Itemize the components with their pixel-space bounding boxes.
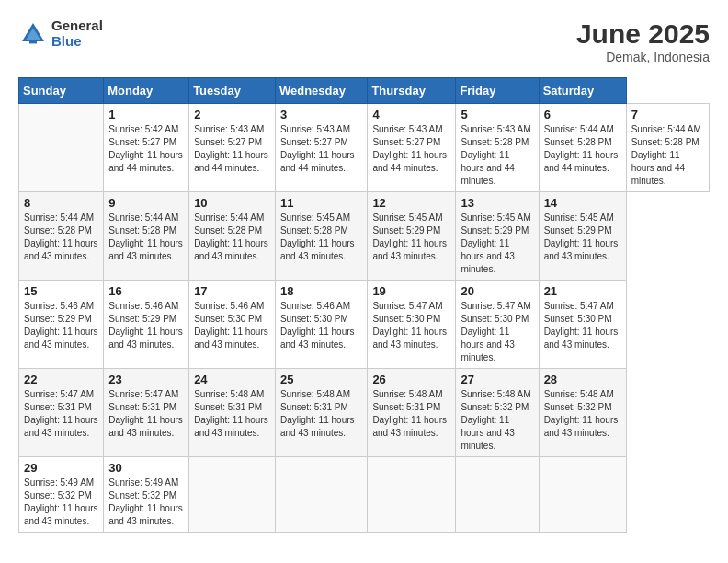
sunset-text: Sunset: 5:28 PM: [544, 137, 612, 147]
day-info: Sunrise: 5:47 AMSunset: 5:31 PMDaylight:…: [24, 388, 98, 440]
calendar-cell: 30Sunrise: 5:49 AMSunset: 5:32 PMDayligh…: [104, 457, 189, 533]
day-number: 15: [24, 284, 98, 298]
day-number: 28: [544, 373, 621, 386]
daylight-text: Daylight: 11 hours and 44 minutes.: [461, 150, 514, 186]
calendar-cell: 11Sunrise: 5:45 AMSunset: 5:28 PMDayligh…: [275, 192, 367, 281]
sunrise-text: Sunrise: 5:46 AM: [194, 301, 264, 311]
calendar-week-row-4: 22Sunrise: 5:47 AMSunset: 5:31 PMDayligh…: [19, 369, 710, 457]
sunrise-text: Sunrise: 5:47 AM: [544, 301, 614, 311]
calendar-day-header-monday: Monday: [104, 78, 189, 104]
sunrise-text: Sunrise: 5:44 AM: [24, 213, 94, 223]
day-number: 27: [461, 373, 533, 386]
day-info: Sunrise: 5:45 AMSunset: 5:28 PMDaylight:…: [280, 212, 362, 263]
calendar-day-header-thursday: Thursday: [368, 78, 456, 104]
calendar-cell: 3Sunrise: 5:43 AMSunset: 5:27 PMDaylight…: [275, 104, 367, 192]
day-number: 5: [461, 108, 533, 121]
daylight-text: Daylight: 11 hours and 43 minutes.: [461, 238, 514, 274]
month-title: June 2025: [576, 18, 710, 50]
calendar-cell: 17Sunrise: 5:46 AMSunset: 5:30 PMDayligh…: [189, 281, 276, 369]
calendar-cell: 16Sunrise: 5:46 AMSunset: 5:29 PMDayligh…: [104, 281, 189, 369]
daylight-text: Daylight: 11 hours and 43 minutes.: [280, 238, 355, 261]
day-number: 22: [24, 373, 98, 386]
sunrise-text: Sunrise: 5:43 AM: [194, 124, 264, 134]
sunset-text: Sunset: 5:30 PM: [544, 314, 612, 324]
sunrise-text: Sunrise: 5:47 AM: [372, 301, 442, 311]
sunset-text: Sunset: 5:31 PM: [108, 402, 176, 412]
day-info: Sunrise: 5:44 AMSunset: 5:28 PMDaylight:…: [194, 212, 270, 263]
sunrise-text: Sunrise: 5:44 AM: [194, 213, 264, 223]
sunset-text: Sunset: 5:30 PM: [280, 314, 348, 324]
day-info: Sunrise: 5:47 AMSunset: 5:30 PMDaylight:…: [544, 300, 621, 351]
day-number: 7: [631, 108, 704, 121]
calendar-cell: 8Sunrise: 5:44 AMSunset: 5:28 PMDaylight…: [19, 192, 104, 281]
calendar-cell: 24Sunrise: 5:48 AMSunset: 5:31 PMDayligh…: [189, 369, 276, 457]
calendar-week-row-1: 1Sunrise: 5:42 AMSunset: 5:27 PMDaylight…: [19, 104, 710, 192]
day-number: 3: [280, 108, 362, 121]
day-info: Sunrise: 5:42 AMSunset: 5:27 PMDaylight:…: [108, 123, 184, 175]
day-number: 16: [108, 284, 184, 298]
logo-general-text: General: [51, 18, 103, 34]
calendar-table: SundayMondayTuesdayWednesdayThursdayFrid…: [18, 77, 710, 533]
day-number: 11: [280, 196, 362, 210]
day-info: Sunrise: 5:44 AMSunset: 5:28 PMDaylight:…: [544, 123, 621, 175]
sunrise-text: Sunrise: 5:47 AM: [461, 301, 530, 311]
header: General Blue June 2025 Demak, Indonesia: [18, 18, 710, 64]
calendar-cell: [539, 457, 626, 533]
day-info: Sunrise: 5:46 AMSunset: 5:30 PMDaylight:…: [194, 300, 270, 351]
sunset-text: Sunset: 5:29 PM: [461, 225, 529, 236]
day-number: 6: [544, 108, 621, 121]
calendar-cell: 6Sunrise: 5:44 AMSunset: 5:28 PMDaylight…: [539, 104, 626, 192]
day-number: 10: [194, 196, 270, 210]
calendar-cell: 21Sunrise: 5:47 AMSunset: 5:30 PMDayligh…: [539, 281, 626, 369]
day-info: Sunrise: 5:45 AMSunset: 5:29 PMDaylight:…: [461, 212, 533, 276]
daylight-text: Daylight: 11 hours and 44 minutes.: [194, 150, 268, 173]
sunset-text: Sunset: 5:32 PM: [544, 402, 612, 412]
day-number: 13: [461, 196, 533, 210]
calendar-week-row-3: 15Sunrise: 5:46 AMSunset: 5:29 PMDayligh…: [19, 281, 710, 369]
day-info: Sunrise: 5:47 AMSunset: 5:31 PMDaylight:…: [108, 388, 184, 440]
sunrise-text: Sunrise: 5:43 AM: [372, 124, 442, 134]
sunrise-text: Sunrise: 5:42 AM: [108, 124, 178, 134]
sunrise-text: Sunrise: 5:49 AM: [24, 477, 94, 488]
day-number: 12: [372, 196, 450, 210]
daylight-text: Daylight: 11 hours and 43 minutes.: [372, 327, 447, 350]
sunset-text: Sunset: 5:31 PM: [280, 402, 348, 412]
sunrise-text: Sunrise: 5:45 AM: [280, 213, 350, 223]
day-info: Sunrise: 5:43 AMSunset: 5:27 PMDaylight:…: [372, 123, 450, 175]
calendar-cell: 26Sunrise: 5:48 AMSunset: 5:31 PMDayligh…: [368, 369, 456, 457]
sunset-text: Sunset: 5:28 PM: [194, 225, 262, 236]
day-number: 18: [280, 284, 362, 298]
title-block: June 2025 Demak, Indonesia: [576, 18, 710, 64]
calendar-cell: [189, 457, 276, 533]
daylight-text: Daylight: 11 hours and 43 minutes.: [372, 415, 447, 438]
calendar-cell: [275, 457, 367, 533]
daylight-text: Daylight: 11 hours and 43 minutes.: [461, 415, 514, 451]
svg-rect-2: [29, 40, 37, 43]
day-info: Sunrise: 5:47 AMSunset: 5:30 PMDaylight:…: [461, 300, 533, 364]
day-info: Sunrise: 5:49 AMSunset: 5:32 PMDaylight:…: [24, 477, 98, 528]
daylight-text: Daylight: 11 hours and 43 minutes.: [108, 415, 183, 438]
calendar-cell: 4Sunrise: 5:43 AMSunset: 5:27 PMDaylight…: [368, 104, 456, 192]
sunrise-text: Sunrise: 5:47 AM: [24, 389, 94, 399]
daylight-text: Daylight: 11 hours and 43 minutes.: [24, 238, 98, 261]
day-info: Sunrise: 5:48 AMSunset: 5:32 PMDaylight:…: [544, 388, 621, 440]
sunset-text: Sunset: 5:28 PM: [108, 225, 176, 236]
daylight-text: Daylight: 11 hours and 43 minutes.: [108, 327, 183, 350]
calendar-cell: 20Sunrise: 5:47 AMSunset: 5:30 PMDayligh…: [456, 281, 539, 369]
calendar-cell: 10Sunrise: 5:44 AMSunset: 5:28 PMDayligh…: [189, 192, 276, 281]
sunrise-text: Sunrise: 5:43 AM: [280, 124, 350, 134]
sunrise-text: Sunrise: 5:46 AM: [108, 301, 178, 311]
sunset-text: Sunset: 5:28 PM: [461, 137, 529, 147]
sunrise-text: Sunrise: 5:45 AM: [544, 213, 614, 223]
day-number: 19: [372, 284, 450, 298]
calendar-cell: [368, 457, 456, 533]
calendar-day-header-sunday: Sunday: [19, 78, 104, 104]
day-info: Sunrise: 5:46 AMSunset: 5:29 PMDaylight:…: [108, 300, 184, 351]
daylight-text: Daylight: 11 hours and 43 minutes.: [194, 327, 268, 350]
calendar-cell: 15Sunrise: 5:46 AMSunset: 5:29 PMDayligh…: [19, 281, 104, 369]
sunrise-text: Sunrise: 5:48 AM: [544, 389, 614, 399]
calendar-cell: 12Sunrise: 5:45 AMSunset: 5:29 PMDayligh…: [368, 192, 456, 281]
day-info: Sunrise: 5:45 AMSunset: 5:29 PMDaylight:…: [544, 212, 621, 263]
day-info: Sunrise: 5:48 AMSunset: 5:31 PMDaylight:…: [372, 388, 450, 440]
sunset-text: Sunset: 5:30 PM: [461, 314, 529, 324]
